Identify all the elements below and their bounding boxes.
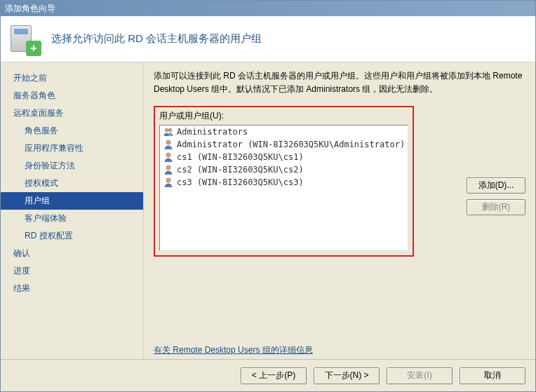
sidebar-item[interactable]: 身份验证方法 xyxy=(1,157,143,175)
sidebar-item[interactable]: 客户端体验 xyxy=(1,210,143,227)
list-label: 用户或用户组(U): xyxy=(159,110,408,122)
list-item[interactable]: cs1 (WIN-8I32603Q5KU\cs1) xyxy=(160,151,408,163)
list-item-label: Administrators xyxy=(177,127,248,137)
list-item-label: cs2 (WIN-8I32603Q5KU\cs2) xyxy=(177,165,304,175)
titlebar[interactable]: 添加角色向导 xyxy=(1,1,535,16)
sidebar-item[interactable]: 结果 xyxy=(1,280,143,297)
sidebar-item[interactable]: 进度 xyxy=(1,262,143,280)
svg-point-5 xyxy=(166,178,170,182)
header: + 选择允许访问此 RD 会话主机服务器的用户组 xyxy=(1,16,535,62)
description-text: 添加可以连接到此 RD 会话主机服务器的用户或用户组。这些用户和用户组将被添加到… xyxy=(154,69,525,96)
user-icon xyxy=(163,177,174,188)
sidebar-item[interactable]: 服务器角色 xyxy=(1,87,143,104)
list-item[interactable]: Administrator (WIN-8I32603Q5KU\Administr… xyxy=(160,138,408,151)
list-item[interactable]: cs2 (WIN-8I32603Q5KU\cs2) xyxy=(160,163,408,176)
window-title: 添加角色向导 xyxy=(5,3,55,15)
list-item[interactable]: cs3 (WIN-8I32603Q5KU\cs3) xyxy=(160,176,408,189)
help-link[interactable]: 有关 Remote Desktop Users 组的详细信息 xyxy=(154,332,525,356)
sidebar: 开始之前服务器角色远程桌面服务角色服务应用程序兼容性身份验证方法授权模式用户组客… xyxy=(1,62,144,359)
list-buttons: 添加(D)... 删除(R) xyxy=(467,177,525,215)
list-item-label: cs1 (WIN-8I32603Q5KU\cs1) xyxy=(177,152,304,162)
wizard-icon: + xyxy=(9,24,40,55)
group-icon xyxy=(163,126,174,137)
sidebar-item[interactable]: RD 授权配置 xyxy=(1,227,143,245)
list-item-label: Administrator (WIN-8I32603Q5KU\Administr… xyxy=(177,140,405,149)
wizard-window: 添加角色向导 + 选择允许访问此 RD 会话主机服务器的用户组 开始之前服务器角… xyxy=(0,0,536,392)
svg-point-3 xyxy=(166,153,170,157)
sidebar-item[interactable]: 确认 xyxy=(1,245,143,262)
prev-button[interactable]: < 上一步(P) xyxy=(241,367,307,384)
sidebar-item[interactable]: 开始之前 xyxy=(1,69,143,87)
usergroup-area: 用户或用户组(U): AdministratorsAdministrator (… xyxy=(154,106,414,257)
remove-button[interactable]: 删除(R) xyxy=(467,199,525,215)
usergroup-list[interactable]: AdministratorsAdministrator (WIN-8I32603… xyxy=(159,125,408,251)
svg-point-0 xyxy=(165,129,168,133)
svg-point-1 xyxy=(168,129,172,133)
install-button[interactable]: 安装(I) xyxy=(387,367,453,384)
user-icon xyxy=(163,164,174,175)
sidebar-item[interactable]: 用户组 xyxy=(1,192,143,210)
sidebar-item[interactable]: 角色服务 xyxy=(1,122,143,140)
svg-point-2 xyxy=(166,140,170,144)
svg-point-4 xyxy=(166,165,170,170)
cancel-button[interactable]: 取消 xyxy=(460,367,525,384)
list-item[interactable]: Administrators xyxy=(160,126,408,138)
sidebar-item[interactable]: 授权模式 xyxy=(1,175,143,192)
body: 开始之前服务器角色远程桌面服务角色服务应用程序兼容性身份验证方法授权模式用户组客… xyxy=(1,62,535,359)
sidebar-item[interactable]: 应用程序兼容性 xyxy=(1,140,143,157)
user-icon xyxy=(163,151,174,163)
page-title: 选择允许访问此 RD 会话主机服务器的用户组 xyxy=(51,32,262,46)
next-button[interactable]: 下一步(N) > xyxy=(314,367,380,384)
add-button[interactable]: 添加(D)... xyxy=(467,177,525,194)
plus-icon: + xyxy=(26,41,41,56)
sidebar-item[interactable]: 远程桌面服务 xyxy=(1,104,143,122)
content-panel: 添加可以连接到此 RD 会话主机服务器的用户或用户组。这些用户和用户组将被添加到… xyxy=(144,62,535,359)
footer: < 上一步(P) 下一步(N) > 安装(I) 取消 xyxy=(1,359,535,391)
user-icon xyxy=(163,139,174,150)
list-item-label: cs3 (WIN-8I32603Q5KU\cs3) xyxy=(177,177,304,187)
